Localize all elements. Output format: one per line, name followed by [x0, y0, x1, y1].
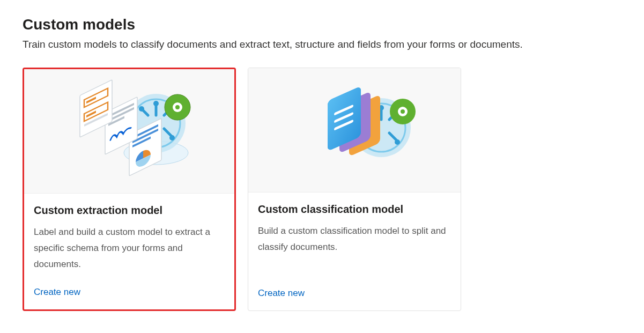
card-body: Custom extraction model Label and build … — [24, 194, 234, 309]
page-title: Custom models — [23, 16, 621, 33]
documents-ai-icon — [54, 75, 204, 188]
card-description-classification: Build a custom classification model to s… — [258, 223, 451, 273]
svg-point-35 — [401, 109, 405, 114]
card-illustration-classification — [248, 68, 461, 193]
svg-point-6 — [139, 106, 144, 112]
svg-point-5 — [169, 135, 175, 140]
card-body: Custom classification model Build a cust… — [248, 193, 461, 310]
create-new-classification-link[interactable]: Create new — [258, 288, 305, 299]
svg-point-3 — [153, 101, 159, 106]
svg-point-11 — [175, 105, 180, 109]
card-custom-classification[interactable]: Custom classification model Build a cust… — [248, 68, 461, 311]
card-title-classification: Custom classification model — [258, 203, 451, 216]
create-new-extraction-link[interactable]: Create new — [34, 287, 80, 298]
cards-row: Custom extraction model Label and build … — [23, 68, 621, 311]
svg-point-30 — [395, 139, 400, 145]
stack-ai-icon — [279, 74, 430, 187]
card-description-extraction: Label and build a custom model to extrac… — [34, 224, 225, 272]
card-title-extraction: Custom extraction model — [34, 204, 225, 217]
card-custom-extraction[interactable]: Custom extraction model Label and build … — [23, 68, 236, 311]
page-subtitle: Train custom models to classify document… — [23, 39, 621, 50]
card-illustration-extraction — [24, 69, 234, 194]
